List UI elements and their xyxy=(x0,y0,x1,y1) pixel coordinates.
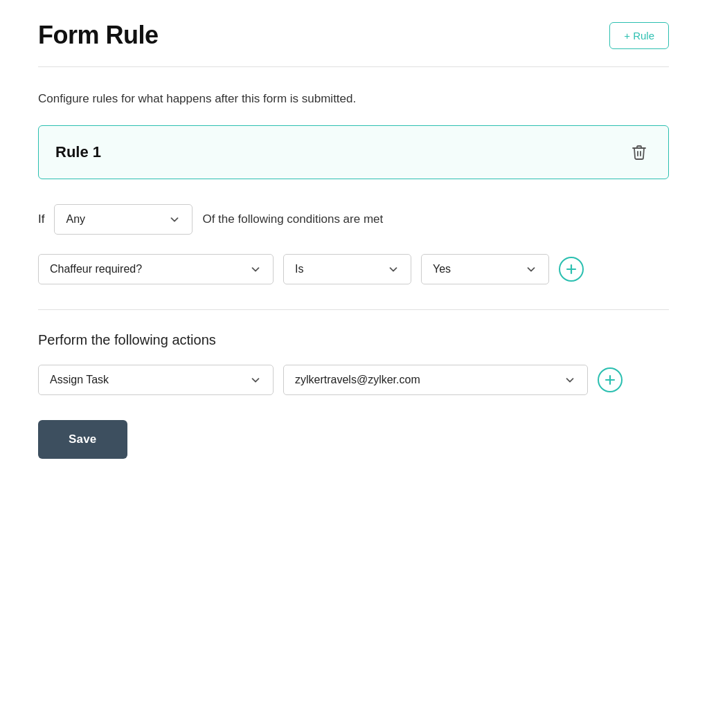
actions-section: Perform the following actions Assign Tas… xyxy=(38,332,669,395)
condition-description-text: Of the following conditions are met xyxy=(202,212,383,226)
section-divider xyxy=(38,309,669,310)
action-type-dropdown[interactable]: Assign Task xyxy=(38,365,274,395)
rule-title: Rule 1 xyxy=(55,143,101,161)
value-dropdown[interactable]: Yes xyxy=(421,254,549,284)
if-label: If xyxy=(38,212,44,226)
operator-dropdown-value: Is xyxy=(295,263,387,275)
add-action-button[interactable] xyxy=(598,367,623,392)
header: Form Rule + Rule xyxy=(38,21,669,67)
rule-card: Rule 1 xyxy=(38,125,669,179)
field-dropdown-value: Chaffeur required? xyxy=(50,263,249,275)
field-dropdown[interactable]: Chaffeur required? xyxy=(38,254,274,284)
chevron-down-icon xyxy=(168,213,181,226)
actions-fields-row: Assign Task zylkertravels@zylker.com xyxy=(38,365,669,395)
value-dropdown-value: Yes xyxy=(433,263,525,275)
chevron-down-icon xyxy=(249,374,262,386)
action-value-dropdown[interactable]: zylkertravels@zylker.com xyxy=(283,365,588,395)
chevron-down-icon xyxy=(564,374,576,386)
chevron-down-icon xyxy=(387,263,400,275)
any-dropdown[interactable]: Any xyxy=(54,204,193,235)
operator-dropdown[interactable]: Is xyxy=(283,254,411,284)
chevron-down-icon xyxy=(249,263,262,275)
delete-rule-button[interactable] xyxy=(627,140,652,165)
conditions-header-row: If Any Of the following conditions are m… xyxy=(38,204,669,235)
conditions-section: If Any Of the following conditions are m… xyxy=(38,204,669,284)
action-value-dropdown-email: zylkertravels@zylker.com xyxy=(295,374,564,386)
page-title: Form Rule xyxy=(38,21,159,50)
save-button[interactable]: Save xyxy=(38,420,127,459)
add-condition-button[interactable] xyxy=(559,257,584,282)
actions-title: Perform the following actions xyxy=(38,332,669,348)
chevron-down-icon xyxy=(525,263,537,275)
plus-icon xyxy=(604,374,616,386)
action-type-dropdown-value: Assign Task xyxy=(50,374,249,386)
trash-icon xyxy=(631,144,647,161)
any-dropdown-value: Any xyxy=(66,213,168,226)
plus-icon xyxy=(565,263,578,275)
description-text: Configure rules for what happens after t… xyxy=(38,92,669,106)
add-rule-button[interactable]: + Rule xyxy=(609,22,669,49)
condition-fields-row: Chaffeur required? Is Yes xyxy=(38,254,669,284)
